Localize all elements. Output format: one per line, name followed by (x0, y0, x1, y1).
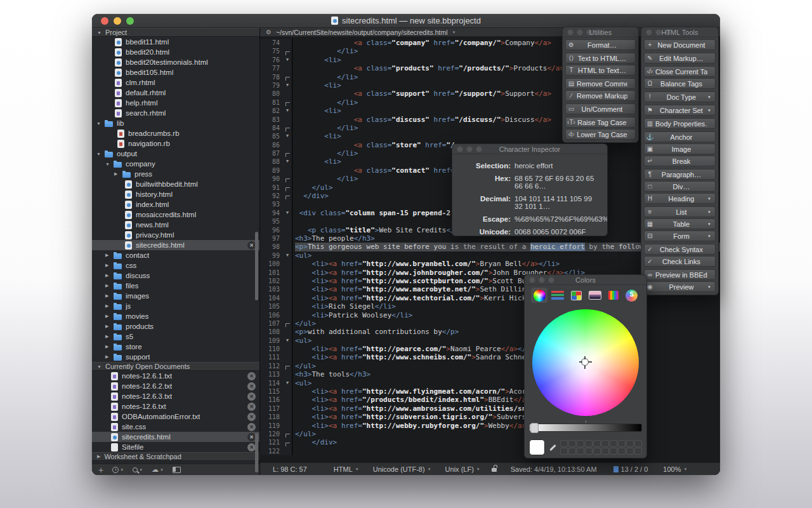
close-icon[interactable]: ✕ (247, 392, 256, 401)
disclosure-triangle-icon[interactable]: ▶ (105, 344, 114, 349)
fold-open-icon[interactable]: ▼ (283, 107, 292, 115)
sidebar-item-site-css[interactable]: site.css✕ (92, 422, 259, 432)
code-text[interactable]: </ul> (295, 362, 720, 370)
code-text[interactable]: <li><a href="http://www.ambrosiasw.com/u… (295, 404, 720, 413)
disclosure-triangle-icon[interactable]: ▶ (105, 324, 114, 329)
un-comment-button[interactable]: ▭Un/Comment (565, 104, 636, 114)
code-line-122[interactable]: 122 (260, 447, 720, 455)
code-line-113[interactable]: 113<h3>The tools</h3> (260, 370, 720, 378)
disclosure-triangle-icon[interactable]: ▶ (105, 283, 114, 288)
sidebar-item-lib[interactable]: ▼lib (92, 118, 259, 128)
path-dropdown-arrow-icon[interactable]: ▼ (452, 30, 455, 34)
sidebar-item-css[interactable]: ▶css (92, 260, 259, 271)
encoding-menu[interactable]: Unicode (UTF-8)▼ (373, 465, 431, 473)
swatch-cell[interactable] (601, 440, 609, 447)
sidebar-item-bbedit105-html[interactable]: bbedit105.html (92, 67, 259, 77)
line-endings-menu[interactable]: Unix (LF)▼ (445, 465, 480, 473)
lock-icon[interactable] (492, 466, 497, 472)
sidebar-item-movies[interactable]: ▶movies (92, 311, 259, 321)
disclosure-triangle-icon[interactable]: ▶ (105, 273, 114, 278)
swatch-cell[interactable] (560, 448, 568, 455)
disclosure-triangle-icon[interactable]: ▶ (105, 293, 114, 298)
sidebar-item-index-html[interactable]: index.html (92, 199, 259, 210)
sidebar-item-notes-12-6-3-txt[interactable]: notes-12.6.3.txt✕ (92, 391, 259, 401)
fold-open-icon[interactable]: ▼ (283, 157, 292, 166)
fold-open-icon[interactable]: ▼ (283, 209, 292, 217)
swatch-cell[interactable] (634, 448, 642, 455)
sidebar-item-clm-rhtml[interactable]: clm.rhtml (92, 77, 259, 88)
minimize-window-button[interactable] (114, 17, 121, 25)
disclosure-triangle-icon[interactable]: ▼ (97, 30, 102, 35)
sidebar-item-navigation-rb[interactable]: navigation.rb (92, 138, 259, 149)
new-document-button[interactable]: +New Document (644, 39, 716, 50)
code-line-111[interactable]: 111 <li><a href="http://www.schneibs.com… (260, 353, 720, 361)
plugin-picker-tab[interactable] (624, 288, 640, 303)
list-button[interactable]: ≡List▼ (644, 206, 716, 217)
sidebar-item-history-html[interactable]: history.html (92, 189, 259, 199)
code-text[interactable]: <li><a href="http://www.flyingmeat.com/a… (295, 387, 720, 396)
lower-tag-case-button[interactable]: ‹t›Lower Tag Case (565, 129, 636, 140)
fold-open-icon[interactable]: ▼ (283, 251, 292, 260)
swatch-cell[interactable] (618, 440, 625, 447)
sidebar-item-search-rhtml[interactable]: search.rhtml (92, 108, 259, 118)
fold-open-icon[interactable]: ▼ (283, 132, 292, 140)
close-current-tag-button[interactable]: ‹/›Close Current Tag (644, 66, 716, 77)
preview-in-bbedit-button[interactable]: ∞Preview in BBEdit (644, 269, 716, 280)
raise-tag-case-button[interactable]: ‹T›Raise Tag Case (565, 117, 636, 128)
image-button[interactable]: ▣Image (644, 144, 716, 154)
disclosure-triangle-icon[interactable]: ▶ (105, 304, 114, 309)
html-to-text-button[interactable]: THTML to Text… (565, 65, 636, 76)
sidebar-item-help-rhtml[interactable]: help.rhtml (92, 98, 259, 108)
swatch-cell[interactable] (593, 448, 601, 455)
current-color-swatch[interactable] (529, 439, 545, 455)
palette-window-buttons[interactable] (567, 29, 593, 36)
code-line-109[interactable]: 109▼<ul> (260, 337, 720, 345)
code-text[interactable]: <li><a href="/products/bbedit/index.html… (295, 396, 720, 404)
swatch-cell[interactable] (626, 448, 634, 455)
sidebar-item-mosaiccredits-html[interactable]: mosaiccredits.html (92, 210, 259, 220)
sidebar-item-s5[interactable]: ▶s5 (92, 331, 259, 342)
table-button[interactable]: ▦Table▼ (644, 218, 716, 229)
code-line-112[interactable]: 112</ul> (260, 362, 720, 370)
sidebar-item-output[interactable]: ▼output (92, 149, 259, 159)
code-line-117[interactable]: 117 <li><a href="http://www.ambrosiasw.c… (260, 404, 720, 413)
sidebar-item-files[interactable]: ▶files (92, 281, 259, 291)
swatch-cell[interactable] (610, 440, 617, 447)
code-line-105[interactable]: 105 <li>Rich Siegel</li> (260, 302, 720, 311)
add-button[interactable]: + (98, 465, 103, 475)
palette-window-buttons[interactable] (646, 29, 671, 36)
text-to-html-button[interactable]: ⟨⟩Text to HTML… (565, 53, 636, 64)
sidebar-item-support[interactable]: ▶support (92, 352, 259, 362)
code-line-116[interactable]: 116 <li><a href="/products/bbedit/index.… (260, 396, 720, 404)
swatch-cell[interactable] (610, 448, 617, 455)
sidebar-scrollbar-thumb[interactable] (255, 232, 258, 300)
sidebar-item-builtwithbbedit-html[interactable]: builtwithbbedit.html (92, 179, 259, 189)
code-line-115[interactable]: 115 <li><a href="http://www.flyingmeat.c… (260, 387, 720, 396)
sidebar-item-discuss[interactable]: ▶discuss (92, 271, 259, 281)
utilities-palette-titlebar[interactable]: Utilities (563, 27, 638, 37)
colors-palette-titlebar[interactable]: Colors (525, 275, 646, 285)
palette-window-buttons[interactable] (457, 146, 482, 152)
color-picker-crosshair[interactable] (581, 358, 589, 366)
swatch-cell[interactable] (560, 440, 568, 447)
code-line-118[interactable]: 118 <li><a href="http://subversion.tigri… (260, 413, 720, 421)
code-text[interactable] (295, 447, 720, 455)
disclosure-triangle-icon[interactable]: ▶ (105, 263, 114, 268)
disclosure-triangle-icon[interactable]: ▶ (114, 171, 122, 177)
code-text[interactable]: <li><a href="http://www.schneibs.com/">S… (295, 353, 720, 361)
code-line-106[interactable]: 106 <li>Patrick Woolsey</li> (260, 311, 720, 319)
sidebar-item-breadcrumbs-rb[interactable]: breadcrumbs.rb (92, 128, 259, 138)
sidebar-item-js[interactable]: ▶js (92, 301, 259, 311)
filter-button[interactable]: ☁▼ (152, 465, 164, 474)
sidebar-item-notes-12-6-2-txt[interactable]: notes-12.6.2.txt✕ (92, 381, 259, 391)
pencils-tab[interactable] (605, 288, 622, 303)
code-line-119[interactable]: 119 <li><a href="http://webby.rubyforge.… (260, 422, 720, 430)
gear-icon[interactable]: ⚙ (266, 29, 272, 36)
sidebar-item-press[interactable]: ▶press (92, 169, 259, 179)
close-icon[interactable]: ✕ (247, 403, 256, 411)
disclosure-triangle-icon[interactable]: ▼ (105, 162, 114, 166)
swatch-cell[interactable] (601, 448, 609, 455)
body-properties-button[interactable]: ▥Body Properties… (644, 118, 716, 129)
format-button[interactable]: ⚙Format… (565, 39, 636, 50)
form-button[interactable]: ⊟Form▼ (644, 231, 716, 241)
